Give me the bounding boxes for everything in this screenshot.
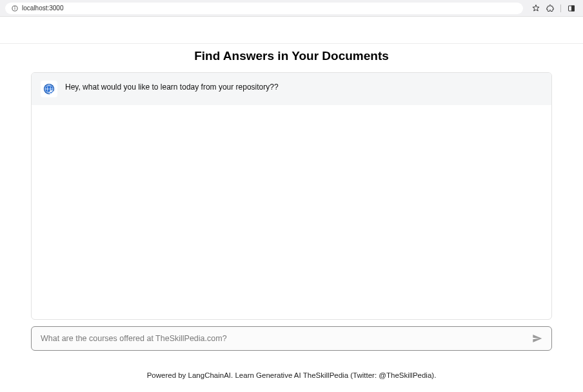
footer-text: Powered by LangChainAI. Learn Generative…: [0, 371, 583, 379]
svg-point-2: [15, 6, 15, 7]
star-icon[interactable]: [532, 5, 540, 12]
info-icon: [12, 5, 18, 12]
chat-container: Hey, what would you like to learn today …: [31, 72, 552, 320]
chrome-actions: [532, 5, 578, 12]
url-bar[interactable]: localhost:3000: [5, 3, 523, 14]
url-text: localhost:3000: [22, 5, 64, 12]
bot-message-text: Hey, what would you like to learn today …: [65, 81, 279, 92]
send-button[interactable]: [532, 333, 542, 344]
chrome-divider: [560, 5, 561, 12]
svg-marker-3: [533, 5, 539, 12]
chat-input-row: [31, 326, 552, 351]
extensions-icon[interactable]: [546, 5, 554, 12]
svg-rect-5: [572, 6, 575, 11]
bot-avatar: [41, 81, 57, 97]
page-title: Find Answers in Your Documents: [0, 49, 583, 63]
bot-message-row: Hey, what would you like to learn today …: [32, 73, 551, 105]
browser-chrome: localhost:3000: [0, 0, 583, 17]
send-icon: [532, 333, 542, 344]
sidepanel-icon[interactable]: [568, 5, 575, 12]
toolbar-strip: [0, 17, 583, 44]
chat-input[interactable]: [41, 334, 526, 343]
